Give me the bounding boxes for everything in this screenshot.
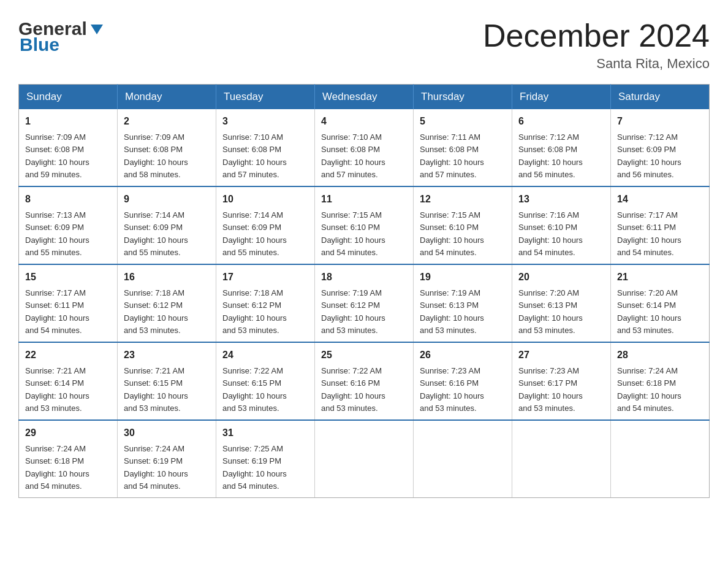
day-number: 11 [321, 192, 407, 207]
day-number: 31 [222, 426, 308, 440]
header-friday: Friday [512, 85, 611, 110]
day-info: Sunrise: 7:24 AMSunset: 6:19 PMDaylight:… [124, 444, 188, 491]
day-info: Sunrise: 7:20 AMSunset: 6:13 PMDaylight:… [518, 288, 583, 335]
day-number: 25 [321, 348, 407, 362]
calendar-week-row: 8Sunrise: 7:13 AMSunset: 6:09 PMDaylight… [19, 186, 710, 264]
page-header: General Blue December 2024 Santa Rita, M… [18, 18, 710, 72]
day-number: 22 [25, 348, 111, 362]
day-number: 19 [420, 270, 506, 285]
calendar-cell: 25Sunrise: 7:22 AMSunset: 6:16 PMDayligh… [315, 342, 414, 420]
day-info: Sunrise: 7:19 AMSunset: 6:13 PMDaylight:… [420, 288, 484, 335]
calendar-cell: 12Sunrise: 7:15 AMSunset: 6:10 PMDayligh… [414, 186, 512, 264]
calendar-cell: 27Sunrise: 7:23 AMSunset: 6:17 PMDayligh… [512, 342, 611, 420]
calendar-cell: 13Sunrise: 7:16 AMSunset: 6:10 PMDayligh… [512, 186, 611, 264]
header-sunday: Sunday [19, 85, 118, 110]
day-info: Sunrise: 7:17 AMSunset: 6:11 PMDaylight:… [617, 210, 681, 257]
calendar-week-row: 22Sunrise: 7:21 AMSunset: 6:14 PMDayligh… [19, 342, 710, 420]
header-saturday: Saturday [611, 85, 710, 110]
day-info: Sunrise: 7:14 AMSunset: 6:09 PMDaylight:… [222, 210, 287, 257]
day-info: Sunrise: 7:25 AMSunset: 6:19 PMDaylight:… [222, 444, 287, 491]
day-info: Sunrise: 7:09 AMSunset: 6:08 PMDaylight:… [124, 132, 188, 179]
calendar-cell: 15Sunrise: 7:17 AMSunset: 6:11 PMDayligh… [19, 264, 118, 342]
day-number: 23 [124, 348, 210, 362]
day-number: 20 [518, 270, 604, 285]
calendar-cell [315, 420, 414, 498]
calendar-header-row: SundayMondayTuesdayWednesdayThursdayFrid… [19, 85, 710, 110]
day-info: Sunrise: 7:23 AMSunset: 6:17 PMDaylight:… [518, 366, 583, 413]
day-number: 27 [518, 348, 604, 362]
calendar-cell: 3Sunrise: 7:10 AMSunset: 6:08 PMDaylight… [216, 109, 315, 186]
day-info: Sunrise: 7:18 AMSunset: 6:12 PMDaylight:… [222, 288, 287, 335]
calendar-cell: 29Sunrise: 7:24 AMSunset: 6:18 PMDayligh… [19, 420, 118, 498]
day-number: 17 [222, 270, 308, 285]
day-number: 10 [222, 192, 308, 207]
day-info: Sunrise: 7:23 AMSunset: 6:16 PMDaylight:… [420, 366, 484, 413]
location-text: Santa Rita, Mexico [483, 56, 710, 72]
day-number: 12 [420, 192, 506, 207]
day-info: Sunrise: 7:13 AMSunset: 6:09 PMDaylight:… [25, 210, 89, 257]
calendar-cell: 31Sunrise: 7:25 AMSunset: 6:19 PMDayligh… [216, 420, 315, 498]
day-number: 29 [25, 426, 111, 440]
day-info: Sunrise: 7:17 AMSunset: 6:11 PMDaylight:… [25, 288, 89, 335]
day-info: Sunrise: 7:20 AMSunset: 6:14 PMDaylight:… [617, 288, 681, 335]
calendar-cell: 23Sunrise: 7:21 AMSunset: 6:15 PMDayligh… [118, 342, 216, 420]
day-number: 5 [420, 114, 506, 129]
calendar-cell: 26Sunrise: 7:23 AMSunset: 6:16 PMDayligh… [414, 342, 512, 420]
day-info: Sunrise: 7:12 AMSunset: 6:09 PMDaylight:… [617, 132, 681, 179]
calendar-cell: 9Sunrise: 7:14 AMSunset: 6:09 PMDaylight… [118, 186, 216, 264]
calendar-week-row: 29Sunrise: 7:24 AMSunset: 6:18 PMDayligh… [19, 420, 710, 498]
calendar-cell: 17Sunrise: 7:18 AMSunset: 6:12 PMDayligh… [216, 264, 315, 342]
calendar-cell: 18Sunrise: 7:19 AMSunset: 6:12 PMDayligh… [315, 264, 414, 342]
day-info: Sunrise: 7:22 AMSunset: 6:16 PMDaylight:… [321, 366, 385, 413]
day-info: Sunrise: 7:10 AMSunset: 6:08 PMDaylight:… [321, 132, 385, 179]
logo-arrow-icon [88, 21, 105, 38]
header-wednesday: Wednesday [315, 85, 414, 110]
day-number: 21 [617, 270, 703, 285]
day-number: 16 [124, 270, 210, 285]
calendar-cell: 16Sunrise: 7:18 AMSunset: 6:12 PMDayligh… [118, 264, 216, 342]
day-number: 15 [25, 270, 111, 285]
header-tuesday: Tuesday [216, 85, 315, 110]
day-info: Sunrise: 7:22 AMSunset: 6:15 PMDaylight:… [222, 366, 287, 413]
day-info: Sunrise: 7:24 AMSunset: 6:18 PMDaylight:… [25, 444, 89, 491]
title-section: December 2024 Santa Rita, Mexico [483, 18, 710, 72]
calendar-cell: 19Sunrise: 7:19 AMSunset: 6:13 PMDayligh… [414, 264, 512, 342]
day-number: 6 [518, 114, 604, 129]
calendar-cell: 8Sunrise: 7:13 AMSunset: 6:09 PMDaylight… [19, 186, 118, 264]
day-number: 26 [420, 348, 506, 362]
day-number: 9 [124, 192, 210, 207]
month-title: December 2024 [483, 18, 710, 53]
day-info: Sunrise: 7:09 AMSunset: 6:08 PMDaylight:… [25, 132, 89, 179]
day-number: 8 [25, 192, 111, 207]
day-number: 3 [222, 114, 308, 129]
day-number: 28 [617, 348, 703, 362]
day-info: Sunrise: 7:18 AMSunset: 6:12 PMDaylight:… [124, 288, 188, 335]
calendar-cell [414, 420, 512, 498]
calendar-cell: 6Sunrise: 7:12 AMSunset: 6:08 PMDaylight… [512, 109, 611, 186]
day-info: Sunrise: 7:21 AMSunset: 6:15 PMDaylight:… [124, 366, 188, 413]
day-info: Sunrise: 7:16 AMSunset: 6:10 PMDaylight:… [518, 210, 583, 257]
day-number: 18 [321, 270, 407, 285]
day-info: Sunrise: 7:15 AMSunset: 6:10 PMDaylight:… [420, 210, 484, 257]
calendar-cell: 10Sunrise: 7:14 AMSunset: 6:09 PMDayligh… [216, 186, 315, 264]
calendar-cell: 2Sunrise: 7:09 AMSunset: 6:08 PMDaylight… [118, 109, 216, 186]
calendar-cell: 28Sunrise: 7:24 AMSunset: 6:18 PMDayligh… [611, 342, 710, 420]
day-number: 13 [518, 192, 604, 207]
day-number: 30 [124, 426, 210, 440]
day-info: Sunrise: 7:21 AMSunset: 6:14 PMDaylight:… [25, 366, 89, 413]
calendar-cell: 22Sunrise: 7:21 AMSunset: 6:14 PMDayligh… [19, 342, 118, 420]
calendar-cell: 7Sunrise: 7:12 AMSunset: 6:09 PMDaylight… [611, 109, 710, 186]
calendar-cell: 20Sunrise: 7:20 AMSunset: 6:13 PMDayligh… [512, 264, 611, 342]
calendar-cell [512, 420, 611, 498]
calendar-cell: 14Sunrise: 7:17 AMSunset: 6:11 PMDayligh… [611, 186, 710, 264]
calendar-table: SundayMondayTuesdayWednesdayThursdayFrid… [18, 84, 710, 498]
day-number: 24 [222, 348, 308, 362]
calendar-week-row: 15Sunrise: 7:17 AMSunset: 6:11 PMDayligh… [19, 264, 710, 342]
day-info: Sunrise: 7:12 AMSunset: 6:08 PMDaylight:… [518, 132, 583, 179]
day-number: 2 [124, 114, 210, 129]
day-number: 7 [617, 114, 703, 129]
calendar-cell: 4Sunrise: 7:10 AMSunset: 6:08 PMDaylight… [315, 109, 414, 186]
calendar-cell: 30Sunrise: 7:24 AMSunset: 6:19 PMDayligh… [118, 420, 216, 498]
day-info: Sunrise: 7:10 AMSunset: 6:08 PMDaylight:… [222, 132, 287, 179]
header-monday: Monday [118, 85, 216, 110]
